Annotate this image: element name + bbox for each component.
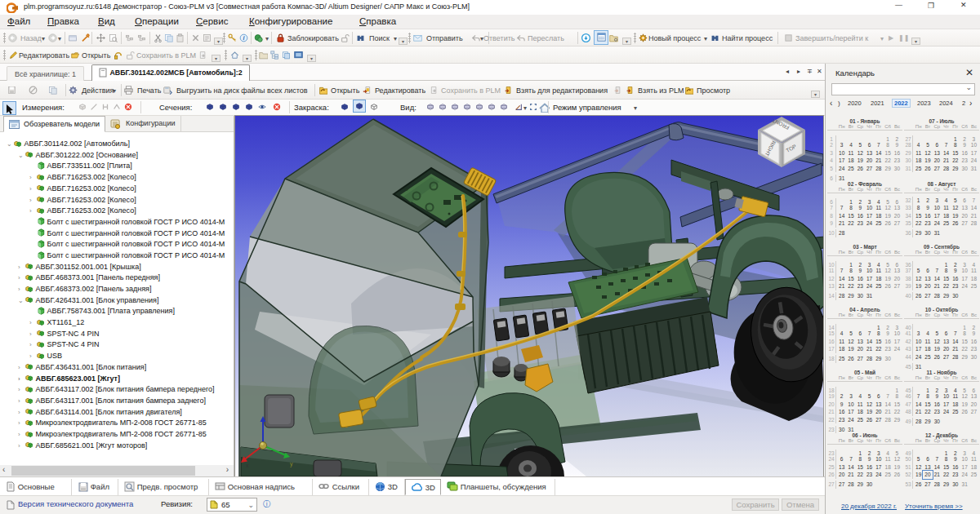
- svg-text:x: x: [246, 463, 249, 468]
- svg-text:y: y: [290, 461, 293, 467]
